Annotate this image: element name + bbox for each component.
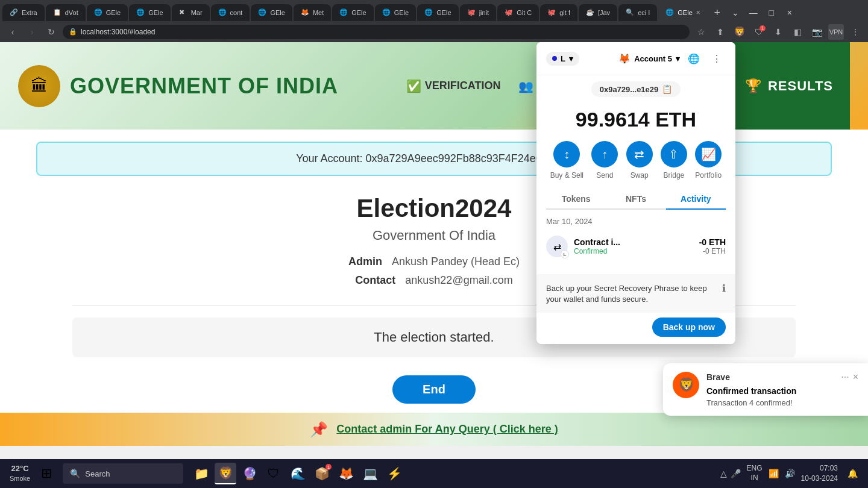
footer-icon: 📌	[310, 421, 328, 438]
download-button[interactable]: ⬇	[770, 24, 786, 40]
vpn-button[interactable]: VPN	[828, 24, 844, 40]
mm-backup-banner: Back up your Secret Recovery Phrase to k…	[536, 274, 735, 313]
tab-nfts[interactable]: NFTs	[606, 189, 665, 210]
tab-mar[interactable]: ✖Mar	[172, 4, 210, 21]
taskbar-app-firefox[interactable]: 🦊	[335, 463, 357, 484]
bookmark-button[interactable]: ☆	[693, 24, 709, 40]
brave-close-icon[interactable]: ×	[853, 372, 858, 383]
taskbar-app-malware[interactable]: 🛡	[263, 463, 285, 484]
mm-menu-button[interactable]: ⋮	[708, 49, 726, 67]
taskbar-weather: 22°C Smoke	[10, 464, 30, 483]
mm-action-portfolio[interactable]: 📈 Portfolio	[695, 141, 722, 180]
mm-action-bridge[interactable]: ⇧ Bridge	[661, 141, 687, 180]
tab-gitf[interactable]: 🐙git f	[540, 4, 577, 21]
taskbar-notifications[interactable]: 🔔	[844, 465, 861, 482]
mm-network-button[interactable]: L ▾	[546, 52, 579, 66]
sidebar-button[interactable]: ◧	[790, 24, 805, 40]
taskbar-system: △ 🎤 ENGIN 📶 🔊 07:03 10-03-2024 🔔	[720, 463, 861, 484]
taskbar-app-explorer[interactable]: 📁	[190, 463, 212, 484]
nav-verification[interactable]: ✅ VERIFICATION	[406, 79, 501, 93]
taskbar-mic-icon[interactable]: 🎤	[731, 469, 741, 478]
back-button[interactable]: ‹	[5, 24, 20, 40]
mm-action-send[interactable]: ↑ Send	[591, 141, 618, 180]
brave-notification-header: Brave ··· ×	[706, 372, 858, 383]
mm-backup-button[interactable]: Back up now	[652, 318, 726, 337]
tab-gele5[interactable]: 🌐GEle	[375, 4, 416, 21]
share-button[interactable]: ⬆	[712, 24, 728, 40]
reload-button[interactable]: ↻	[43, 24, 59, 40]
taskbar-app-edge[interactable]: 🌊	[287, 463, 309, 484]
brave-brand-label: Brave	[706, 372, 730, 382]
screen-button[interactable]: 📷	[809, 24, 825, 40]
tab-tokens[interactable]: Tokens	[546, 189, 606, 210]
status-text: The election started.	[374, 330, 494, 345]
tab-gele4[interactable]: 🌐GEle	[332, 4, 373, 21]
mm-tabs: Tokens NFTs Activity	[546, 189, 726, 210]
tab-gele3[interactable]: 🌐GEle	[251, 4, 292, 21]
mm-backup-content: Back up your Secret Recovery Phrase to k…	[546, 283, 716, 304]
taskbar-app-furmark[interactable]: 🔮	[239, 463, 260, 484]
mm-account-name: Account 5	[634, 54, 672, 63]
tab-active[interactable]: 🌐GEle×	[658, 4, 707, 21]
tab-dvot[interactable]: 📋dVot	[46, 4, 86, 21]
tab-gele6[interactable]: 🌐GEle	[417, 4, 458, 21]
taskbar-search-bar[interactable]: 🔍 Search	[63, 463, 183, 484]
taskbar-wifi-icon[interactable]: 📶	[769, 469, 779, 478]
mm-globe-button[interactable]: 🌐	[685, 49, 703, 67]
tab-activity[interactable]: Activity	[666, 189, 726, 210]
taskbar-app-terminal[interactable]: ⚡	[383, 463, 405, 484]
weather-temp: 22°C	[10, 464, 30, 474]
new-tab-button[interactable]: +	[709, 4, 726, 21]
brave-menu-icon[interactable]: ···	[841, 372, 849, 383]
brave-shield-icon[interactable]: 🛡1	[751, 24, 767, 40]
tab-extra[interactable]: 🔗Extra	[2, 4, 45, 21]
taskbar-up-icon[interactable]: △	[720, 469, 727, 478]
tab-gele2[interactable]: 🌐GEle	[129, 4, 170, 21]
tab-java[interactable]: ☕[Jav	[579, 4, 617, 21]
mm-send-label: Send	[596, 171, 613, 180]
taskbar-app-vscode[interactable]: 💻	[359, 463, 381, 484]
contact-value: ankush22@gmail.com	[405, 274, 512, 287]
tab-cont[interactable]: 🌐cont	[211, 4, 250, 21]
tab-eci[interactable]: 🔍eci I	[618, 4, 657, 21]
maximize-button[interactable]: □	[763, 4, 780, 21]
contact-label: Contact	[355, 274, 395, 287]
admin-label: Admin	[348, 255, 382, 268]
mm-account-chevron-icon: ▾	[676, 54, 680, 63]
start-button[interactable]: ⊞	[35, 462, 58, 485]
shield-icon[interactable]: 🦁	[732, 24, 747, 40]
mm-portfolio-icon: 📈	[695, 141, 722, 167]
forward-button[interactable]: ›	[24, 24, 40, 40]
mm-account-button[interactable]: 🦊 Account 5 ▾	[618, 53, 680, 64]
tab-gitc[interactable]: 🐙Git C	[497, 4, 539, 21]
taskbar-app-store[interactable]: 📦 1	[311, 463, 333, 484]
mm-info-icon[interactable]: ℹ	[722, 283, 726, 294]
close-button[interactable]: ×	[781, 4, 798, 21]
minimize-button[interactable]: —	[745, 4, 762, 21]
mm-tx-eth1: -0 ETH	[699, 237, 726, 247]
browser-chrome: 🔗Extra 📋dVot 🌐GEle 🌐GEle ✖Mar 🌐cont 🌐GEl…	[0, 0, 868, 42]
address-bar[interactable]: 🔒 localhost:3000/#loaded	[63, 25, 690, 39]
mm-action-swap[interactable]: ⇄ Swap	[626, 141, 653, 180]
tab-gele1[interactable]: 🌐GEle	[87, 4, 128, 21]
mm-action-buy-sell[interactable]: ↕ Buy & Sell	[550, 141, 583, 180]
results-button[interactable]: 🏆 RESULTS	[728, 42, 850, 130]
taskbar-volume-icon[interactable]: 🔊	[785, 469, 795, 478]
taskbar-app-brave[interactable]: 🦁	[215, 463, 236, 484]
tab-init[interactable]: 🐙jinit	[460, 4, 497, 21]
tab-bar-menu[interactable]: ⌄	[727, 4, 744, 21]
tab-met[interactable]: 🦊Met	[294, 4, 331, 21]
taskbar-lang: ENGIN	[747, 464, 763, 483]
gov-left: 🏛 GOVERNMENT OF INDIA	[18, 65, 338, 107]
taskbar-clock: 07:03 10-03-2024	[801, 463, 838, 484]
end-button[interactable]: End	[392, 375, 476, 404]
menu-button[interactable]: ⋮	[848, 24, 863, 40]
account-text: Your Account: 0x9a729A9eec992Fb88c93F4F2…	[296, 152, 572, 164]
verification-icon: ✅	[406, 79, 421, 93]
mm-address-chip[interactable]: 0x9a729...e1e29 📋	[591, 81, 681, 97]
mm-transaction-row[interactable]: ⇄ L Contract i... Confirmed -0 ETH -0 ET…	[546, 231, 726, 262]
footer-text[interactable]: Contact admin For Any Query ( Click here…	[336, 423, 558, 436]
metamask-popup: L ▾ 🦊 Account 5 ▾ 🌐 ⋮ 0x9a729...e1e29 📋 …	[536, 42, 735, 344]
mm-address-bar: 0x9a729...e1e29 📋	[536, 75, 735, 103]
mm-tx-info: Contract i... Confirmed	[574, 237, 693, 255]
